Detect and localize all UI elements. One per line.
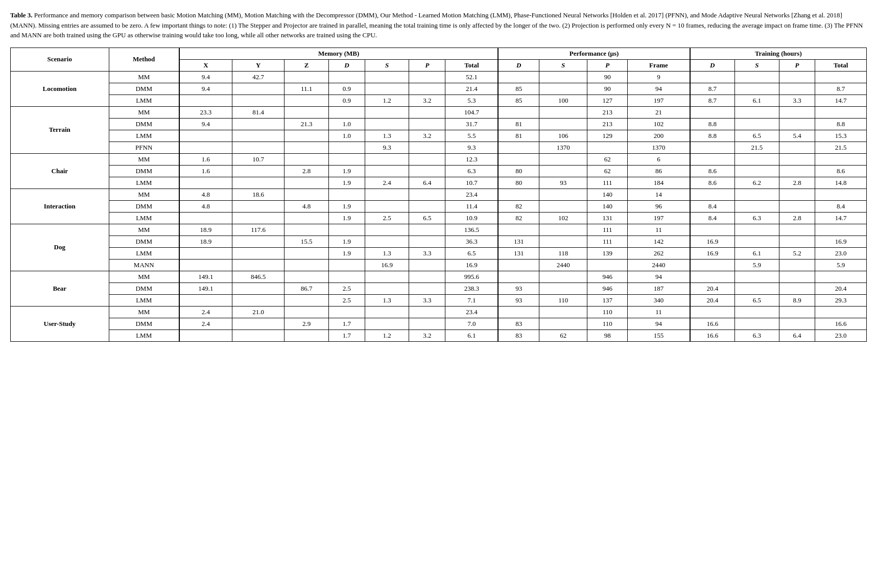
mem-cell: [179, 95, 232, 106]
train-cell: [734, 189, 779, 200]
train-cell: 6.5: [734, 294, 779, 306]
mem-cell: 86.7: [285, 283, 329, 294]
train-cell: [779, 224, 815, 236]
perf-group-header: Performance (μs): [498, 48, 690, 59]
perf-cell: [539, 200, 587, 212]
mem-cell: 10.9: [445, 212, 499, 224]
mem-cell: [285, 271, 329, 283]
mem-cell: 81.4: [232, 106, 284, 118]
perf-cell: 111: [587, 236, 628, 247]
mem-cell: [232, 294, 284, 306]
perf-cell: 21: [628, 106, 690, 118]
train-cell: 2.8: [779, 177, 815, 189]
mem-cell: [232, 118, 284, 130]
mem-cell: 1.6: [179, 153, 232, 165]
mem-cell: [409, 283, 445, 294]
memory-col-p: P: [409, 59, 445, 71]
perf-cell: 110: [587, 318, 628, 330]
mem-cell: 1.9: [328, 165, 365, 177]
method-cell: DMM: [109, 283, 179, 294]
method-cell: MM: [109, 153, 179, 165]
train-cell: [690, 106, 735, 118]
perf-cell: 110: [539, 294, 587, 306]
table-row: DMM149.186.72.5238.39394618720.420.4: [11, 283, 867, 294]
table-row: DogMM18.9117.6136.511111: [11, 224, 867, 236]
table-row: DMM9.411.10.921.48590948.78.7: [11, 83, 867, 95]
memory-group-header: Memory (MB): [179, 48, 499, 59]
train-cell: 8.6: [690, 165, 735, 177]
mem-cell: [179, 142, 232, 153]
train-cell: 8.6: [690, 177, 735, 189]
mem-cell: 846.5: [232, 271, 284, 283]
mem-cell: 2.5: [328, 283, 365, 294]
mem-cell: 6.5: [409, 212, 445, 224]
perf-cell: 98: [587, 330, 628, 341]
perf-cell: [587, 259, 628, 271]
perf-cell: [498, 306, 539, 318]
train-cell: 16.6: [690, 318, 735, 330]
memory-col-z: Z: [285, 59, 329, 71]
train-cell: [815, 71, 867, 83]
mem-cell: 7.1: [445, 294, 499, 306]
train-cell: [734, 83, 779, 95]
train-cell: 8.6: [815, 165, 867, 177]
mem-cell: 18.9: [179, 224, 232, 236]
mem-cell: 1.9: [328, 236, 365, 247]
mem-cell: [232, 130, 284, 142]
mem-cell: 4.8: [179, 200, 232, 212]
mem-cell: 2.9: [285, 318, 329, 330]
mem-cell: [232, 318, 284, 330]
perf-cell: 197: [628, 212, 690, 224]
train-cell: 8.9: [779, 294, 815, 306]
mem-cell: 21.4: [445, 83, 499, 95]
mem-cell: [409, 71, 445, 83]
table-caption: Table 3. Performance and memory comparis…: [10, 10, 867, 40]
mem-cell: [328, 142, 365, 153]
training-col-s: S: [734, 59, 779, 71]
train-cell: [734, 283, 779, 294]
perf-cell: 131: [587, 212, 628, 224]
train-cell: [690, 71, 735, 83]
perf-cell: [539, 71, 587, 83]
mem-cell: [409, 306, 445, 318]
mem-cell: 7.0: [445, 318, 499, 330]
method-cell: MM: [109, 224, 179, 236]
mem-cell: [285, 224, 329, 236]
mem-cell: [179, 330, 232, 341]
perf-cell: 62: [539, 330, 587, 341]
mem-cell: 16.9: [365, 259, 409, 271]
mem-cell: [285, 130, 329, 142]
mem-cell: 1.9: [328, 212, 365, 224]
mem-cell: 4.8: [179, 189, 232, 200]
mem-cell: 2.5: [328, 294, 365, 306]
mem-cell: [232, 259, 284, 271]
perf-cell: 94: [628, 83, 690, 95]
mem-cell: [285, 259, 329, 271]
mem-cell: [232, 236, 284, 247]
mem-cell: 18.6: [232, 189, 284, 200]
perf-cell: 86: [628, 165, 690, 177]
method-cell: DMM: [109, 83, 179, 95]
train-cell: [734, 71, 779, 83]
scenario-cell: Dog: [11, 224, 109, 271]
train-cell: 20.4: [690, 283, 735, 294]
train-cell: [779, 271, 815, 283]
perf-cell: 111: [587, 177, 628, 189]
mem-cell: 1.3: [365, 294, 409, 306]
mem-cell: 1.9: [328, 200, 365, 212]
mem-cell: 6.1: [445, 330, 499, 341]
scenario-cell: Terrain: [11, 106, 109, 153]
perf-cell: 139: [587, 247, 628, 259]
train-cell: 6.2: [734, 177, 779, 189]
train-cell: [734, 153, 779, 165]
train-cell: 6.3: [734, 212, 779, 224]
mem-cell: 18.9: [179, 236, 232, 247]
mem-cell: [409, 165, 445, 177]
method-cell: MM: [109, 71, 179, 83]
perf-cell: [539, 271, 587, 283]
train-cell: 5.2: [779, 247, 815, 259]
mem-cell: [232, 283, 284, 294]
perf-cell: 90: [587, 83, 628, 95]
mem-cell: [285, 142, 329, 153]
train-cell: [779, 106, 815, 118]
